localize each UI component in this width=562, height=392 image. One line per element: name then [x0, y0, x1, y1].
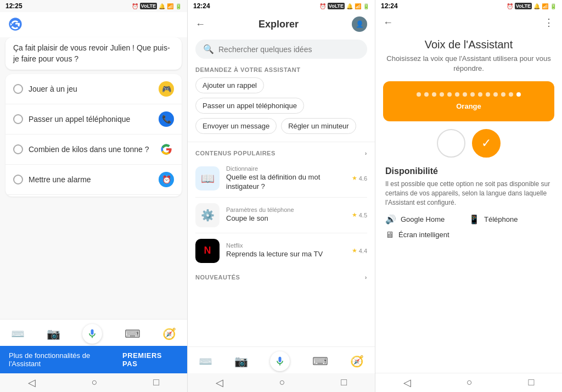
- card-1-category: Dictionnaire: [226, 165, 345, 172]
- search-input[interactable]: [218, 45, 359, 54]
- card-2[interactable]: ⚙️ Paramètres du téléphone Coupe le son …: [195, 198, 367, 233]
- signal-icon-3: 📶: [542, 3, 548, 9]
- back-button-3[interactable]: ←: [383, 17, 393, 29]
- suggestion-text-4: Mettre une alarme: [29, 175, 91, 184]
- search-box[interactable]: 🔍: [195, 40, 367, 59]
- chip-1[interactable]: Ajouter un rappel: [195, 77, 264, 93]
- camera-icon-2[interactable]: 📷: [234, 355, 248, 368]
- dot-12: [501, 92, 505, 97]
- volte-badge-3: VoLTE: [515, 3, 532, 9]
- dot-6: [455, 92, 459, 97]
- pacman-icon: 🎮: [159, 81, 174, 97]
- voice-option-2[interactable]: ✓: [472, 129, 501, 158]
- signal-icon: 📶: [167, 3, 173, 9]
- voice-option-1[interactable]: [437, 129, 465, 158]
- dot-2: [424, 92, 429, 97]
- suggestion-item-3[interactable]: Combien de kilos dans une tonne ?: [5, 135, 182, 165]
- suggestion-text-3: Combien de kilos dans une tonne ?: [29, 145, 149, 154]
- voice-header: ← ⋮: [375, 12, 562, 33]
- phone-icon: 📞: [159, 111, 174, 127]
- chip-2[interactable]: Passer un appel téléphonique: [195, 98, 304, 114]
- nav-bar-1: ◁ ○ □: [0, 373, 187, 392]
- device-google-home: 🔊 Google Home: [385, 214, 469, 225]
- chips-row: Ajouter un rappel Passer un appel téléph…: [188, 77, 375, 139]
- suggestions-list: Jouer à un jeu 🎮 Passer un appel télépho…: [5, 74, 182, 197]
- radio-1: [13, 84, 23, 94]
- chevron-right-icon[interactable]: ›: [365, 150, 367, 156]
- assistant-header: [0, 12, 187, 37]
- suggestion-text-1: Jouer à un jeu: [29, 85, 77, 93]
- dot-8: [470, 92, 475, 97]
- home-nav-3[interactable]: ○: [467, 377, 473, 389]
- checkmark-icon: ✓: [481, 136, 491, 150]
- card-1[interactable]: 📖 Dictionnaire Quelle est la définition …: [195, 160, 367, 198]
- orange-voice-card[interactable]: Orange: [383, 81, 554, 121]
- chevron-right-new[interactable]: ›: [365, 274, 367, 281]
- home-nav-2[interactable]: ○: [279, 377, 285, 389]
- home-nav-1[interactable]: ○: [92, 377, 98, 389]
- chip-4[interactable]: Régler un minuteur: [281, 118, 356, 134]
- panel-google-assistant: 12:25 ⏰ VoLTE 🔔 📶 🔋 Ça fait plaisir de v…: [0, 0, 188, 392]
- recent-nav-3[interactable]: □: [528, 377, 534, 389]
- premiers-pas-button[interactable]: PREMIERS PAS: [122, 351, 178, 368]
- back-nav-3[interactable]: ◁: [403, 377, 411, 389]
- status-bar-3: 12:24 ⏰ VoLTE 🔔 📶 🔋: [375, 0, 562, 12]
- card-1-rating: ★ 4.6: [352, 175, 367, 182]
- status-bar-2: 12:24 ⏰ VoLTE 🔔 📶 🔋: [188, 0, 375, 12]
- alarm-icon-2: ⏰: [319, 3, 326, 9]
- device-label-2: Téléphone: [484, 215, 518, 223]
- suggestion-item-1[interactable]: Jouer à un jeu 🎮: [5, 74, 182, 104]
- back-nav-2[interactable]: ◁: [216, 377, 223, 389]
- keyboard-icon[interactable]: ⌨️: [11, 327, 25, 340]
- explorer-title: Explorer: [205, 19, 352, 30]
- card-2-rating: ★ 4.5: [352, 211, 367, 219]
- recent-nav-1[interactable]: □: [153, 377, 159, 389]
- suggestion-text-2: Passer un appel téléphonique: [29, 115, 130, 124]
- suggestion-item-4[interactable]: Mettre une alarme ⏰: [5, 165, 182, 195]
- dict-icon: 📖: [195, 166, 220, 191]
- time-2: 12:24: [193, 2, 210, 10]
- signal-icon-2: 📶: [355, 3, 361, 9]
- dot-3: [432, 92, 436, 97]
- telephone-icon: 📱: [469, 214, 480, 225]
- status-icons-3: ⏰ VoLTE 🔔 📶 🔋: [507, 3, 557, 9]
- dot-11: [493, 92, 498, 97]
- more-options-button[interactable]: ⋮: [544, 16, 554, 29]
- dot-10: [486, 92, 490, 97]
- recent-nav-2[interactable]: □: [341, 377, 347, 389]
- status-icons-1: ⏰ VoLTE 🔔 📶 🔋: [132, 3, 182, 9]
- volte-badge-2: VoLTE: [328, 3, 345, 9]
- availability-title: Disponibilité: [385, 166, 552, 176]
- back-button-2[interactable]: ←: [195, 19, 205, 30]
- volume-icon-3: 🔔: [533, 3, 540, 9]
- compass-icon-2[interactable]: 🧭: [350, 355, 364, 368]
- card-1-title: Quelle est la définition du mot instigat…: [226, 173, 345, 192]
- radio-3: [13, 144, 23, 154]
- compass-icon[interactable]: 🧭: [162, 327, 176, 340]
- avatar-2[interactable]: 👤: [352, 16, 367, 32]
- panel-voice-assistant: 12:24 ⏰ VoLTE 🔔 📶 🔋 ← ⋮ Voix de l'Assist…: [375, 0, 562, 392]
- back-nav-1[interactable]: ◁: [28, 377, 36, 389]
- text-input-icon-2[interactable]: ⌨: [312, 355, 328, 368]
- chip-3[interactable]: Envoyer un message: [195, 118, 277, 134]
- suggestion-item-2[interactable]: Passer un appel téléphonique 📞: [5, 104, 182, 135]
- google-home-icon: 🔊: [385, 214, 396, 225]
- mic-button-2[interactable]: [270, 351, 290, 371]
- keyboard-icon-2[interactable]: ⌨️: [199, 355, 212, 368]
- mic-button[interactable]: [82, 324, 102, 344]
- camera-icon[interactable]: 📷: [47, 327, 60, 340]
- text-input-icon[interactable]: ⌨: [125, 327, 140, 340]
- blue-banner[interactable]: Plus de fonctionnalités de l'Assistant P…: [0, 346, 187, 373]
- google-logo: [8, 16, 23, 32]
- new-section-label: NOUVEAUTÉS ›: [188, 272, 375, 283]
- dot-1: [417, 92, 421, 97]
- card-3[interactable]: N Netflix Reprends la lecture sur ma TV …: [195, 233, 367, 268]
- search-icon: 🔍: [203, 44, 214, 54]
- banner-text: Plus de fonctionnalités de l'Assistant: [9, 351, 122, 368]
- card-3-rating: ★ 4.4: [352, 247, 367, 254]
- radio-2: [13, 114, 23, 124]
- volume-icon-2: 🔔: [346, 3, 353, 9]
- radio-4: [13, 175, 23, 184]
- bottom-toolbar-1: ⌨️ 📷 ⌨ 🧭: [0, 319, 187, 346]
- alarm-icon: ⏰: [132, 3, 138, 9]
